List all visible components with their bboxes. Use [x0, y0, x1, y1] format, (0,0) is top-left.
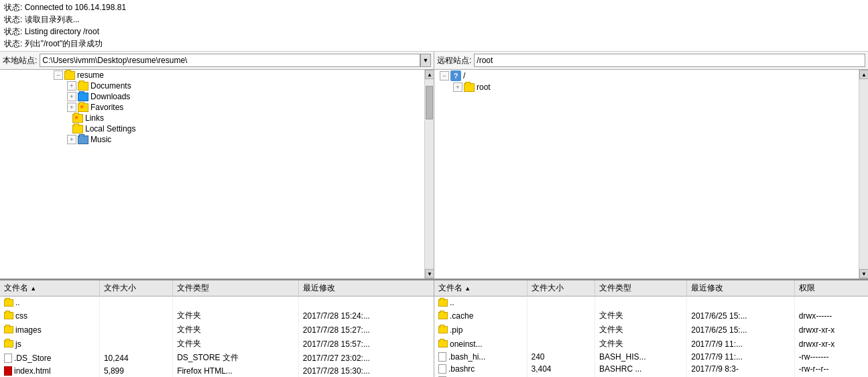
tree-item-music[interactable]: + Music [0, 134, 424, 145]
tree-item-documents[interactable]: + Documents [0, 80, 424, 91]
folder-icon-music [78, 136, 88, 144]
cell-type: 文件夹 [173, 309, 299, 323]
file-icon-red [4, 366, 12, 376]
remote-table-header: 文件名 ▲ 文件大小 文件类型 最近修改 权限 [434, 280, 868, 297]
scroll-track [425, 79, 434, 269]
folder-icon [4, 299, 13, 307]
tree-item-links[interactable]: ★ Links [0, 113, 424, 123]
col-permissions-remote[interactable]: 权限 [794, 280, 868, 297]
cell-permissions: drwxr-xr-x [794, 323, 868, 337]
expand-icon-documents[interactable]: + [67, 81, 76, 91]
scroll-thumb[interactable] [426, 86, 433, 119]
status-line-1: 状态: Connected to 106.14.198.81 [4, 1, 864, 13]
table-row[interactable]: .DS_Store 10,244 DS_STORE 文件 2017/7/27 2… [0, 351, 434, 365]
cell-modified: 2017/6/25 15:... [687, 309, 795, 323]
col-filename-local[interactable]: 文件名 ▲ [0, 280, 99, 297]
cell-modified [298, 297, 434, 309]
local-path-input[interactable] [40, 54, 420, 67]
cell-type: 文件夹 [595, 323, 687, 337]
expand-icon-root[interactable]: + [453, 83, 462, 92]
remote-path-section: 远程站点: [434, 52, 868, 69]
table-row[interactable]: .. [0, 297, 434, 309]
cell-size: 3,404 [527, 363, 595, 375]
cell-permissions: drwxr-xr-x [794, 337, 868, 351]
local-file-scroll[interactable]: 文件名 ▲ 文件大小 文件类型 最近修改 .. css 文件夹 2017/7/2… [0, 280, 434, 377]
remote-path-input[interactable] [474, 54, 865, 67]
cell-modified: 2017/7/28 15:57:... [298, 337, 434, 351]
table-row[interactable]: .. [434, 297, 868, 309]
folder-icon-links: ★ [72, 114, 83, 123]
local-path-section: 本地站点: ▼ [0, 52, 434, 69]
table-row[interactable]: .pip 文件夹 2017/6/25 15:... drwxr-xr-x [434, 323, 868, 337]
file-icon [438, 364, 446, 374]
path-bar: 本地站点: ▼ 远程站点: [0, 52, 868, 70]
tree-item-favorites[interactable]: + ★ Favorites [0, 102, 424, 113]
col-filesize-local[interactable]: 文件大小 [99, 280, 172, 297]
tree-item-resume[interactable]: − resume [0, 70, 424, 80]
status-line-2: 状态: 读取目录列表... [4, 13, 864, 25]
cell-size: 240 [527, 351, 595, 363]
cell-modified: 2017/7/9 11:... [687, 351, 795, 363]
table-row[interactable]: css 文件夹 2017/7/28 15:24:... [0, 309, 434, 323]
folder-icon [4, 326, 13, 333]
cell-name: .bash_hi... [434, 351, 527, 363]
cell-permissions: -rw-r--r-- [794, 363, 868, 375]
remote-tree-scrollbar[interactable]: ▲ ▼ [859, 70, 868, 278]
cell-size: 10,244 [99, 351, 172, 365]
tree-label-music: Music [90, 135, 111, 144]
folder-icon-downloads [78, 93, 88, 101]
table-row[interactable]: .bashrc 3,404 BASHRC ... 2017/7/9 8:3- -… [434, 363, 868, 375]
tree-label-slash: / [463, 71, 465, 80]
table-row[interactable]: .bash_hi... 240 BASH_HIS... 2017/7/9 11:… [434, 351, 868, 363]
cell-name: .. [0, 297, 99, 309]
tree-item-root-slash[interactable]: − ? / [434, 70, 859, 82]
local-path-dropdown[interactable]: ▼ [420, 54, 431, 67]
file-icon [438, 352, 446, 362]
cell-modified [687, 297, 795, 309]
folder-icon [438, 340, 448, 347]
col-filetype-remote[interactable]: 文件类型 [595, 280, 687, 297]
cell-modified: 2017/7/9 8:3- [687, 363, 795, 375]
tree-item-downloads[interactable]: + Downloads [0, 91, 424, 102]
remote-scroll-track [859, 79, 868, 269]
table-row[interactable]: images 文件夹 2017/7/28 15:27:... [0, 323, 434, 337]
cell-name: css [0, 309, 99, 323]
table-row[interactable]: oneinst... 文件夹 2017/7/9 11:... drwxr-xr-… [434, 337, 868, 351]
expand-icon-music[interactable]: + [67, 135, 76, 144]
cell-type: 文件夹 [173, 323, 299, 337]
expand-icon-downloads[interactable]: + [67, 92, 76, 101]
tree-item-local-settings[interactable]: Local Settings [0, 123, 424, 134]
remote-scroll-down-btn[interactable]: ▼ [859, 269, 868, 278]
col-modified-remote[interactable]: 最近修改 [687, 280, 795, 297]
table-row[interactable]: .cache 文件夹 2017/6/25 15:... drwx------ [434, 309, 868, 323]
expand-icon-slash[interactable]: − [440, 71, 449, 80]
cell-permissions [794, 297, 868, 309]
cell-permissions: drwx------ [794, 309, 868, 323]
remote-path-label: 远程站点: [437, 55, 471, 66]
table-row[interactable]: js 文件夹 2017/7/28 15:57:... [0, 337, 434, 351]
col-filesize-remote[interactable]: 文件大小 [527, 280, 595, 297]
tree-label-links: Links [85, 113, 104, 123]
remote-scroll-up-btn[interactable]: ▲ [859, 70, 868, 79]
expand-icon-favorites[interactable]: + [67, 103, 76, 112]
folder-icon-resume [64, 71, 75, 80]
cell-size [527, 309, 595, 323]
remote-file-scroll[interactable]: 文件名 ▲ 文件大小 文件类型 最近修改 权限 .. .cache 文件夹 20… [434, 280, 868, 377]
cell-size: 5,899 [99, 365, 172, 377]
cell-type [173, 297, 299, 309]
col-filetype-local[interactable]: 文件类型 [173, 280, 299, 297]
status-bar: 状态: Connected to 106.14.198.81 状态: 读取目录列… [0, 0, 868, 52]
col-filename-remote[interactable]: 文件名 ▲ [434, 280, 527, 297]
cell-size [527, 323, 595, 337]
local-path-label: 本地站点: [3, 55, 37, 66]
col-modified-local[interactable]: 最近修改 [298, 280, 434, 297]
folder-icon-local-settings [72, 125, 83, 133]
scroll-down-btn[interactable]: ▼ [425, 269, 434, 278]
expand-icon-resume[interactable]: − [54, 70, 63, 80]
file-list-area: 文件名 ▲ 文件大小 文件类型 最近修改 .. css 文件夹 2017/7/2… [0, 279, 868, 377]
folder-icon [438, 312, 448, 319]
scroll-up-btn[interactable]: ▲ [425, 70, 434, 79]
local-tree-scrollbar[interactable]: ▲ ▼ [424, 70, 434, 278]
table-row[interactable]: index.html 5,899 Firefox HTML... 2017/7/… [0, 365, 434, 377]
tree-item-root[interactable]: + root [434, 82, 859, 93]
